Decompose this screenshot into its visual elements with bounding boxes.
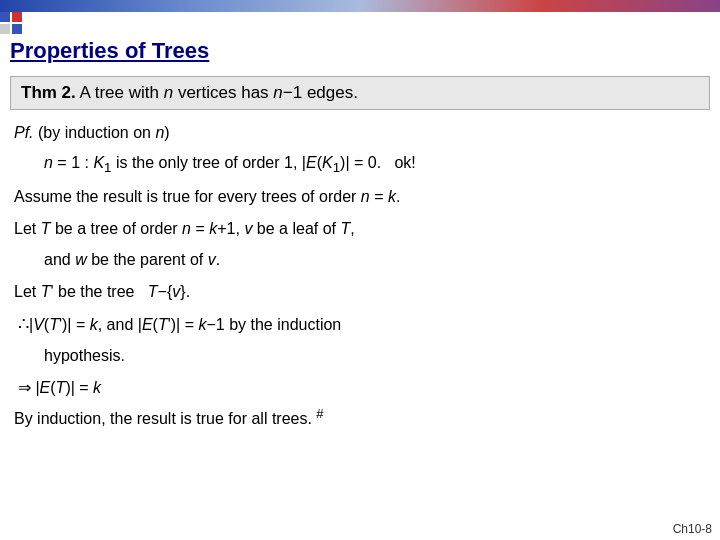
let2-text1: Let	[14, 283, 41, 300]
let-t-line: Let T be a tree of order n = k+1, v be a…	[14, 216, 710, 242]
assume-dot: .	[396, 188, 400, 205]
let-T2: T	[340, 220, 350, 237]
theorem-one: 1	[293, 83, 302, 102]
let-t-cont-line: and w be the parent of v.	[44, 247, 710, 273]
final-text: By induction, the result is true for all…	[14, 411, 316, 428]
pf-n: n	[155, 124, 164, 141]
therefore-minus: −	[206, 316, 215, 333]
accent-sq-1	[0, 12, 10, 22]
page-title: Properties of Trees	[10, 38, 710, 64]
let-n: n	[182, 220, 191, 237]
theorem-label: Thm 2.	[21, 83, 76, 102]
implies-arrow: ⇒	[18, 379, 31, 396]
let-w: w	[75, 251, 87, 268]
theorem-statement-1: A tree with	[76, 83, 164, 102]
top-decorative-bar	[0, 0, 720, 12]
final-line: By induction, the result is true for all…	[14, 404, 710, 432]
let-and: and	[44, 251, 75, 268]
therefore-text5: by the induction	[225, 316, 342, 333]
theorem-n2: n	[273, 83, 282, 102]
theorem-minus: −	[283, 83, 293, 102]
let2-minus: −	[158, 283, 167, 300]
assume-line: Assume the result is true for every tree…	[14, 184, 710, 210]
base-text1: is the only tree of order 1, |E(K	[111, 154, 332, 171]
base-eq: = 1 :	[53, 154, 93, 171]
therefore-text1: |V(T'	[29, 316, 62, 333]
therefore-dot: ∴	[18, 314, 29, 334]
let-one: 1	[227, 220, 236, 237]
let-tprime-line: Let T' be the tree T−{v}.	[14, 279, 710, 305]
let2-T: T	[41, 283, 51, 300]
therefore-block: ∴|V(T')| = k, and |E(T')| = k−1 by the i…	[18, 310, 710, 339]
assume-text: Assume the result is true for every tree…	[14, 188, 361, 205]
let-text3: be a leaf of	[252, 220, 340, 237]
hypothesis-text: hypothesis.	[44, 347, 125, 364]
therefore-text4: )| =	[171, 316, 199, 333]
pf-text: (by induction on	[34, 124, 156, 141]
let-v2: v	[208, 251, 216, 268]
base-ok: ok!	[394, 154, 415, 171]
therefore-k: k	[90, 316, 98, 333]
let2-T3: T	[148, 283, 158, 300]
let-T: T	[41, 220, 51, 237]
let-parent-text: be the parent of	[87, 251, 208, 268]
base-text2: )| = 0.	[340, 154, 381, 171]
base-case-line: n = 1 : K1 is the only tree of order 1, …	[44, 150, 710, 179]
let-text1: Let	[14, 220, 41, 237]
assume-n: n	[361, 188, 370, 205]
theorem-statement-2: vertices has	[173, 83, 273, 102]
therefore-text3: , and |E(T'	[98, 316, 171, 333]
hash-symbol: #	[316, 406, 323, 421]
implies-text: |E(T)| =	[31, 379, 93, 396]
let-eq: =	[191, 220, 209, 237]
main-content: Properties of Trees Thm 2. A tree with n…	[10, 30, 710, 520]
theorem-statement-3: edges.	[302, 83, 358, 102]
let2-close: }.	[180, 283, 190, 300]
theorem-box: Thm 2. A tree with n vertices has n−1 ed…	[10, 76, 710, 110]
let2-text2: be the tree	[54, 283, 148, 300]
therefore-text2: )| =	[62, 316, 90, 333]
assume-eq: =	[370, 188, 388, 205]
pf-close: )	[164, 124, 169, 141]
proof-section: Pf. (by induction on n) n = 1 : K1 is th…	[14, 120, 710, 432]
let-comma2: ,	[350, 220, 354, 237]
therefore-cont-line: hypothesis.	[44, 343, 710, 369]
therefore-one: 1	[216, 316, 225, 333]
let-text2: be a tree of order	[50, 220, 182, 237]
let-dot: .	[216, 251, 220, 268]
pf-line: Pf. (by induction on n)	[14, 120, 710, 146]
base-n: n	[44, 154, 53, 171]
implies-k: k	[93, 379, 101, 396]
accent-sq-2	[12, 12, 22, 22]
base-sub2: 1	[333, 160, 340, 175]
accent-sq-3	[0, 24, 10, 34]
theorem-n1: n	[164, 83, 173, 102]
implies-block: ⇒ |E(T)| = k	[18, 375, 710, 401]
base-K: K	[93, 154, 104, 171]
pf-label: Pf.	[14, 124, 34, 141]
assume-k: k	[388, 188, 396, 205]
let-plus: +	[217, 220, 226, 237]
chapter-label: Ch10-8	[673, 522, 712, 536]
